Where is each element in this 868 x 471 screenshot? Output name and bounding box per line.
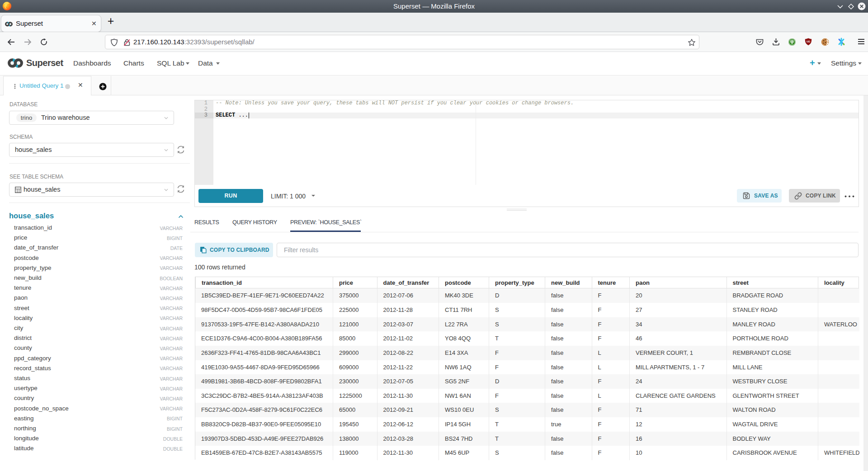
svg-text:UO: UO bbox=[807, 40, 810, 43]
